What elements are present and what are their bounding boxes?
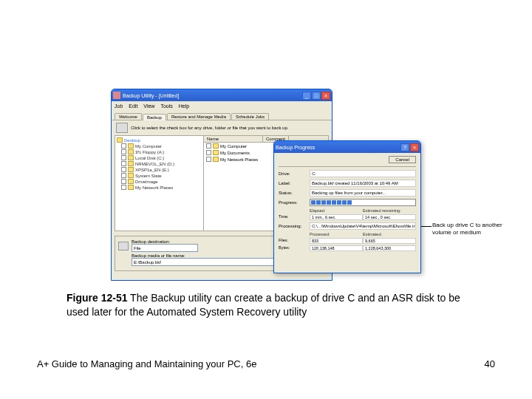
backup-progress-dialog: Backup Progress ? × Cancel Drive:C: Labe… [273,140,421,273]
tree-item[interactable]: System State [117,173,202,179]
footer-page: 40 [485,358,495,369]
progress-close-button[interactable]: × [410,143,419,151]
tree-item[interactable]: XPSP1a_EN (E:) [117,167,202,173]
close-button[interactable]: × [321,92,330,100]
header-remaining: Estimated remaining: [363,208,416,213]
help-button[interactable]: ? [400,143,409,151]
header-estimated: Estimated: [363,232,416,236]
tree-pane[interactable]: Desktop My Computer 3½ Floppy (A:) Local… [115,136,204,231]
time-remaining: 14 sec., 0 sec. [363,214,416,220]
processing-value: C:\...\WindowsUpdate\V4\temp\Microsoft\E… [310,222,416,230]
annotation-line [421,226,432,227]
annotation-text: Back up drive C to another volume or med… [432,222,502,236]
cancel-button[interactable]: Cancel [389,156,416,163]
time-elapsed: 1 min., 6 sec. [310,214,363,220]
menubar: Job Edit View Tools Help [112,101,332,110]
menu-help[interactable]: Help [179,103,189,109]
minimize-button[interactable]: _ [302,92,311,100]
menu-edit[interactable]: Edit [129,103,137,109]
progress-titlebar[interactable]: Backup Progress ? × [274,141,420,153]
slide-footer: A+ Guide to Managing and Maintaining you… [37,358,495,369]
bytes-estimated: 1,228,643,300 [363,245,416,251]
tabbar: Welcome Backup Restore and Manage Media … [112,110,332,120]
tree-root[interactable]: Desktop [117,137,202,143]
tab-schedule[interactable]: Schedule Jobs [231,113,269,120]
label-label: Label: [279,181,310,185]
status-value: Backing up files from your computer... [310,189,416,197]
bytes-label: Bytes: [279,245,310,251]
tab-backup[interactable]: Backup [143,114,166,120]
main-titlebar[interactable]: Backup Utility - [Untitled] _ □ × [112,89,332,101]
drive-value: C: [310,170,416,177]
figure-number: Figure 12-51 [66,292,127,304]
figure-caption: Figure 12-51 The Backup utility can crea… [66,291,473,319]
drive-label: Drive: [279,171,310,176]
files-estimated: 9,665 [363,238,416,244]
col-name[interactable]: Name [204,136,263,142]
menu-job[interactable]: Job [115,103,123,109]
status-label: Status: [279,191,310,195]
tree-item[interactable]: DriveImage [117,179,202,185]
dest-icon [118,242,129,250]
label-value: Backup.bkf created 11/16/2003 at 10:49 A… [310,180,416,187]
header-processed: Processed: [310,232,363,236]
files-processed: 833 [310,238,363,244]
tree-item[interactable]: My Network Places [117,185,202,191]
screenshot-area: Backup Utility - [Untitled] _ □ × Job Ed… [111,89,473,281]
progress-title: Backup Progress [276,145,400,150]
tree-item[interactable]: 3½ Floppy (A:) [117,149,202,155]
dest-combo[interactable] [132,244,198,252]
app-icon [113,92,120,99]
footer-left: A+ Guide to Managing and Maintaining you… [37,358,256,369]
header-elapsed: Elapsed: [310,208,363,213]
instruction-text: Click to select the check box for any dr… [131,126,288,130]
tab-welcome[interactable]: Welcome [115,113,142,120]
processing-label: Processing: [279,224,310,228]
drive-icon [116,123,128,133]
tree-item[interactable]: My Computer [117,143,202,149]
tree-item[interactable]: NRMEVOL_EN (D:) [117,161,202,167]
menu-tools[interactable]: Tools [160,103,172,109]
progress-label: Progress: [279,200,310,205]
progress-bar [310,199,416,206]
files-label: Files: [279,238,310,244]
menu-view[interactable]: View [143,103,154,109]
instruction-row: Click to select the check box for any dr… [112,120,332,135]
maximize-button[interactable]: □ [312,92,321,100]
tab-restore[interactable]: Restore and Manage Media [167,113,231,120]
bytes-processed: 120,138,148 [310,245,363,251]
main-title: Backup Utility - [Untitled] [123,93,302,98]
tree-item[interactable]: Local Disk (C:) [117,155,202,161]
time-label: Time: [279,214,310,220]
